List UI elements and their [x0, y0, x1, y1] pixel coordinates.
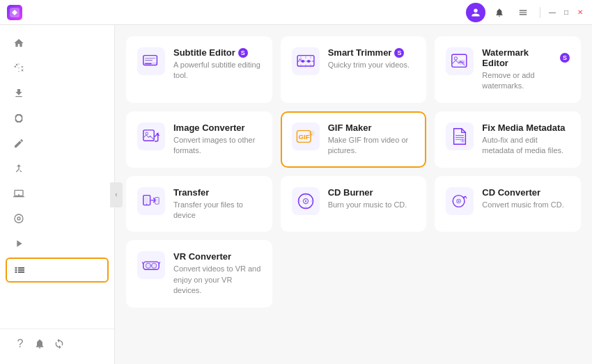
sidebar-item-home[interactable]: [0, 31, 114, 56]
tool-card-subtitle-editor[interactable]: Subtitle Editor S A powerful subtitle ed…: [126, 36, 272, 103]
tool-title-gif-maker: GIF Maker: [328, 122, 416, 133]
sidebar-item-video-compressor[interactable]: [0, 106, 114, 131]
tool-icon-fix-media-metadata: [446, 122, 474, 150]
content-area: Subtitle Editor S A powerful subtitle ed…: [115, 25, 592, 364]
tool-info-transfer: Transfer Transfer your files to device: [173, 187, 261, 221]
sidebar-item-downloader[interactable]: [0, 81, 114, 106]
tool-info-gif-maker: GIF Maker Make GIF from video or picture…: [328, 122, 416, 157]
tool-card-vr-converter[interactable]: VR Converter Convert videos to VR and en…: [126, 240, 272, 307]
tool-card-cd-burner[interactable]: CD Burner Burn your music to CD.: [281, 176, 427, 232]
sidebar-item-video-editor[interactable]: [0, 131, 114, 156]
tool-info-cd-burner: CD Burner Burn your music to CD.: [328, 187, 416, 210]
sidebar-item-merger[interactable]: [0, 156, 114, 181]
tool-desc-subtitle-editor: A powerful subtitle editing tool.: [173, 60, 261, 81]
tool-desc-vr-converter: Convert videos to VR and enjoy on your V…: [173, 264, 261, 296]
sidebar-item-screen-recorder[interactable]: [0, 181, 114, 206]
tool-icon-watermark-editor: [446, 47, 474, 75]
tool-card-fix-media-metadata[interactable]: Fix Media Metadata Auto-fix and edit met…: [435, 111, 581, 168]
svg-point-13: [455, 57, 458, 60]
svg-point-2: [17, 217, 20, 220]
close-button[interactable]: ✕: [575, 8, 585, 17]
svg-point-27: [146, 203, 147, 204]
svg-point-17: [146, 132, 148, 135]
svg-point-37: [146, 264, 150, 269]
tool-icon-gif-maker: GIF: [292, 122, 320, 150]
tool-desc-cd-burner: Burn your music to CD.: [328, 200, 416, 210]
title-bar: — □ ✕: [0, 0, 592, 25]
tool-info-vr-converter: VR Converter Convert videos to VR and en…: [173, 251, 261, 296]
sidebar-item-toolbox[interactable]: [6, 258, 109, 283]
tool-card-smart-trimmer[interactable]: AI Smart Trimmer S Quicky trim your vide…: [281, 36, 427, 103]
tool-title-cd-burner: CD Burner: [328, 187, 416, 198]
collapse-button[interactable]: ‹: [110, 182, 123, 207]
svg-point-38: [152, 264, 157, 269]
svg-text:GIF: GIF: [298, 133, 309, 141]
app-logo: [7, 5, 22, 20]
tool-grid: Subtitle Editor S A powerful subtitle ed…: [126, 36, 581, 308]
tool-icon-smart-trimmer: AI: [292, 47, 320, 75]
user-icon[interactable]: [466, 3, 485, 22]
toolbox-icon: [14, 264, 26, 276]
svg-rect-26: [145, 196, 149, 203]
maximize-button[interactable]: □: [561, 8, 571, 17]
tool-info-watermark-editor: Watermark Editor S Remove or add waterma…: [482, 47, 570, 92]
refresh-icon[interactable]: [52, 336, 67, 351]
tool-title-cd-converter: CD Converter: [482, 187, 570, 198]
tool-icon-transfer: [137, 187, 165, 215]
downloader-icon: [13, 87, 25, 100]
tool-title-watermark-editor: Watermark Editor S: [482, 47, 570, 68]
bell-icon[interactable]: [490, 3, 509, 22]
svg-point-10: [307, 60, 310, 63]
minimize-button[interactable]: —: [547, 8, 557, 17]
tool-title-fix-media-metadata: Fix Media Metadata: [482, 122, 570, 133]
svg-rect-16: [143, 130, 154, 141]
tool-card-image-converter[interactable]: Image Converter Convert images to other …: [126, 111, 272, 168]
svg-point-20: [309, 131, 314, 136]
tool-icon-image-converter: [137, 122, 165, 150]
tool-desc-watermark-editor: Remove or add watermarks.: [482, 70, 570, 92]
sidebar-item-dvd-burner[interactable]: [0, 206, 114, 231]
svg-rect-29: [156, 198, 158, 202]
tool-card-transfer[interactable]: Transfer Transfer your files to device: [126, 176, 272, 232]
svg-point-32: [305, 200, 306, 202]
screen-icon: [13, 187, 25, 200]
compress-icon: [13, 112, 25, 125]
home-icon: [13, 37, 25, 49]
notification-icon[interactable]: [32, 336, 47, 351]
dvd-icon: [13, 212, 25, 225]
title-bar-controls: — □ ✕: [466, 3, 585, 22]
badge-subtitle-editor: S: [238, 48, 248, 58]
sidebar-item-player[interactable]: [0, 231, 114, 256]
tool-info-subtitle-editor: Subtitle Editor S A powerful subtitle ed…: [173, 47, 261, 81]
tool-icon-cd-converter: [446, 187, 474, 215]
tool-info-image-converter: Image Converter Convert images to other …: [173, 122, 261, 157]
sidebar-item-converter[interactable]: [0, 56, 114, 81]
tool-info-smart-trimmer: Smart Trimmer S Quicky trim your videos.: [328, 47, 416, 70]
tool-desc-image-converter: Convert images to other formats.: [173, 135, 261, 157]
tool-desc-fix-media-metadata: Auto-fix and edit metadata of media file…: [482, 135, 570, 157]
svg-point-35: [458, 200, 460, 202]
tool-icon-vr-converter: [137, 251, 165, 279]
tool-info-cd-converter: CD Converter Convert music from CD.: [482, 187, 570, 210]
tool-desc-gif-maker: Make GIF from video or pictures.: [328, 135, 416, 157]
tool-card-cd-converter[interactable]: CD Converter Convert music from CD.: [435, 176, 581, 232]
tool-title-vr-converter: VR Converter: [173, 251, 261, 262]
tool-card-gif-maker[interactable]: GIF GIF Maker Make GIF from video or pic…: [281, 111, 427, 168]
menu-icon[interactable]: [513, 3, 533, 22]
tool-card-watermark-editor[interactable]: Watermark Editor S Remove or add waterma…: [435, 36, 581, 103]
sidebar-bottom: ?: [0, 329, 114, 358]
tool-title-image-converter: Image Converter: [173, 122, 261, 133]
main-layout: ? ‹ Subtitle Editor S A powerful subtitl…: [0, 25, 592, 364]
tool-info-fix-media-metadata: Fix Media Metadata Auto-fix and edit met…: [482, 122, 570, 157]
help-icon[interactable]: ?: [13, 336, 28, 351]
edit-icon: [13, 137, 25, 150]
svg-text:AI: AI: [299, 58, 302, 61]
svg-point-9: [301, 60, 304, 63]
svg-point-1: [15, 214, 23, 223]
tool-icon-subtitle-editor: [137, 47, 165, 75]
tool-icon-cd-burner: [292, 187, 320, 215]
tool-title-smart-trimmer: Smart Trimmer S: [328, 47, 416, 58]
badge-watermark-editor: S: [560, 53, 570, 63]
converter-icon: [13, 62, 25, 74]
tool-desc-smart-trimmer: Quicky trim your videos.: [328, 60, 416, 70]
